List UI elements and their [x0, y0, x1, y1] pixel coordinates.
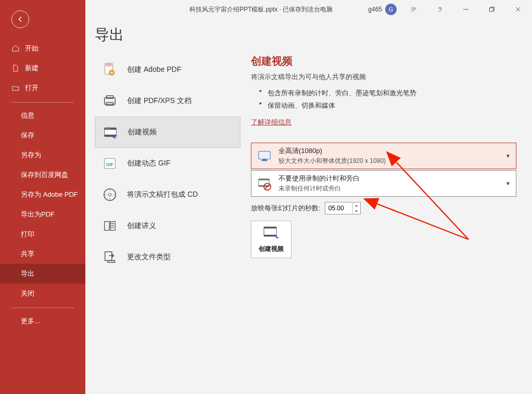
backstage-sidebar: 开始 新建 打开 信息 保存 另存为 保存到百度网盘 另存为 Adobe PDF…	[0, 0, 85, 394]
chevron-down-icon: ▼	[505, 181, 511, 186]
chevron-down-icon: ▼	[505, 153, 511, 159]
create-video-button[interactable]: 创建视频	[251, 221, 292, 258]
create-video-panel: 创建视频 将演示文稿导出为可与他人共享的视频 包含所有录制的计时、旁白、墨迹笔划…	[251, 54, 516, 273]
sidebar-item-label: 打开	[25, 83, 39, 93]
panel-description: 将演示文稿导出为可与他人共享的视频	[251, 72, 516, 82]
svg-point-20	[108, 193, 111, 196]
quality-line1: 全高清(1080p)	[278, 146, 502, 156]
create-video-label: 创建视频	[259, 245, 284, 253]
svg-rect-10	[106, 103, 113, 106]
sidebar-item-export[interactable]: 导出	[0, 264, 85, 284]
svg-rect-23	[105, 252, 112, 261]
svg-text:GIF: GIF	[106, 162, 113, 167]
sidebar-item-export-pdf[interactable]: 导出为PDF	[0, 205, 85, 224]
svg-rect-25	[262, 159, 267, 160]
panel-bullet: 包含所有录制的计时、旁白、墨迹笔划和激光笔势	[259, 87, 516, 99]
learn-more-link[interactable]: 了解详细信息	[251, 118, 292, 127]
timing-line2: 未录制任何计时或旁白	[278, 184, 502, 193]
handouts-icon	[102, 218, 118, 234]
export-option-package-cd[interactable]: 将演示文稿打包成 CD	[95, 179, 240, 210]
seconds-stepper[interactable]: ▲ ▼	[325, 202, 361, 214]
svg-rect-26	[261, 160, 267, 161]
coming-soon-icon[interactable]	[402, 0, 426, 19]
export-option-change-type[interactable]: 更改文件类型	[95, 242, 240, 273]
timing-dropdown[interactable]: 不要使用录制的计时和旁白 未录制任何计时或旁白 ▼	[251, 170, 516, 197]
step-down-button[interactable]: ▼	[353, 208, 360, 214]
sidebar-item-saveas[interactable]: 另存为	[0, 145, 85, 165]
export-option-label: 将演示文稿打包成 CD	[127, 190, 198, 199]
svg-rect-21	[105, 222, 109, 231]
export-option-handouts[interactable]: 创建讲义	[95, 210, 240, 242]
close-button[interactable]	[506, 0, 530, 19]
svg-rect-33	[264, 227, 276, 228]
folder-open-icon	[11, 84, 20, 92]
title-bar: 科技风元宇宙介绍PPT模板.pptx · 已保存到这台电脑 g465 G ?	[85, 0, 532, 19]
svg-point-0	[412, 7, 414, 10]
sidebar-item-close[interactable]: 关闭	[0, 284, 85, 303]
export-option-label: 创建讲义	[127, 221, 156, 231]
panel-heading: 创建视频	[251, 54, 516, 68]
seconds-label: 放映每张幻灯片的秒数:	[251, 204, 321, 213]
sidebar-item-print[interactable]: 打印	[0, 224, 85, 244]
page-title: 导出	[95, 25, 516, 45]
svg-rect-9	[106, 96, 113, 99]
export-option-label: 更改文件类型	[127, 252, 171, 262]
export-option-label: 创建 Adobe PDF	[127, 65, 181, 74]
document-title: 科技风元宇宙介绍PPT模板.pptx · 已保存到这台电脑	[189, 5, 333, 14]
file-icon	[11, 64, 20, 72]
film-export-icon	[263, 226, 280, 242]
seconds-input[interactable]	[325, 202, 352, 214]
user-account[interactable]: g465 G	[365, 4, 400, 15]
video-icon	[103, 124, 118, 140]
step-up-button[interactable]: ▲	[353, 202, 360, 208]
svg-rect-28	[259, 179, 270, 180]
back-button[interactable]	[11, 10, 29, 28]
export-option-video[interactable]: 创建视频	[95, 117, 240, 148]
user-name: g465	[368, 6, 382, 13]
sidebar-item-label: 新建	[25, 63, 39, 73]
cd-icon	[102, 187, 118, 202]
svg-point-14	[106, 129, 107, 130]
sidebar-item-save-baidu[interactable]: 保存到百度网盘	[0, 165, 85, 185]
sidebar-item-info[interactable]: 信息	[0, 106, 85, 125]
export-option-pdf-xps[interactable]: 创建 PDF/XPS 文档	[95, 85, 240, 117]
avatar: G	[385, 4, 397, 15]
sidebar-item-share[interactable]: 共享	[0, 244, 85, 264]
pdf-xps-icon	[102, 93, 118, 109]
seconds-per-slide-row: 放映每张幻灯片的秒数: ▲ ▼	[251, 202, 516, 214]
home-icon	[11, 44, 20, 53]
quality-line2: 较大文件大小和整体优质(1920 x 1080)	[278, 157, 502, 166]
svg-rect-13	[105, 135, 117, 137]
sidebar-item-more[interactable]: 更多...	[0, 311, 85, 331]
sidebar-item-new[interactable]: 新建	[0, 58, 85, 78]
sidebar-item-open[interactable]: 打开	[0, 78, 85, 98]
svg-point-1	[414, 8, 416, 9]
panel-bullets: 包含所有录制的计时、旁白、墨迹笔划和激光笔势 保留动画、切换和媒体	[259, 87, 516, 112]
export-option-label: 创建动态 GIF	[127, 159, 170, 168]
export-option-label: 创建 PDF/XPS 文档	[127, 96, 192, 106]
export-option-adobe-pdf[interactable]: 创建 Adobe PDF	[95, 54, 240, 85]
svg-rect-22	[110, 222, 115, 231]
svg-rect-3	[490, 8, 493, 11]
video-quality-dropdown[interactable]: 全高清(1080p) 较大文件大小和整体优质(1920 x 1080) ▼	[251, 143, 516, 169]
svg-point-16	[109, 129, 110, 130]
sidebar-item-save[interactable]: 保存	[0, 125, 85, 145]
export-options-list: 创建 Adobe PDF 创建 PDF/XPS 文档 创建视频 GIF 创建动态…	[95, 54, 240, 273]
svg-point-15	[108, 129, 109, 130]
sidebar-item-label: 开始	[25, 44, 39, 53]
export-option-gif[interactable]: GIF 创建动态 GIF	[95, 148, 240, 179]
export-option-label: 创建视频	[128, 128, 157, 137]
sidebar-item-save-adobe[interactable]: 另存为 Adobe PDF	[0, 185, 85, 205]
help-button[interactable]: ?	[428, 0, 452, 19]
restore-button[interactable]	[480, 0, 504, 19]
main-content: 导出 创建 Adobe PDF 创建 PDF/XPS 文档 创建视频 GIF 创…	[85, 19, 532, 394]
sidebar-item-home[interactable]: 开始	[0, 39, 85, 58]
panel-bullet: 保留动画、切换和媒体	[259, 99, 516, 112]
change-type-icon	[102, 249, 118, 265]
monitor-icon	[257, 148, 272, 164]
minimize-button[interactable]	[454, 0, 478, 19]
timing-line1: 不要使用录制的计时和旁白	[278, 174, 502, 183]
no-timing-icon	[257, 176, 272, 192]
pdf-adobe-icon	[102, 62, 118, 78]
gif-icon: GIF	[102, 156, 118, 171]
